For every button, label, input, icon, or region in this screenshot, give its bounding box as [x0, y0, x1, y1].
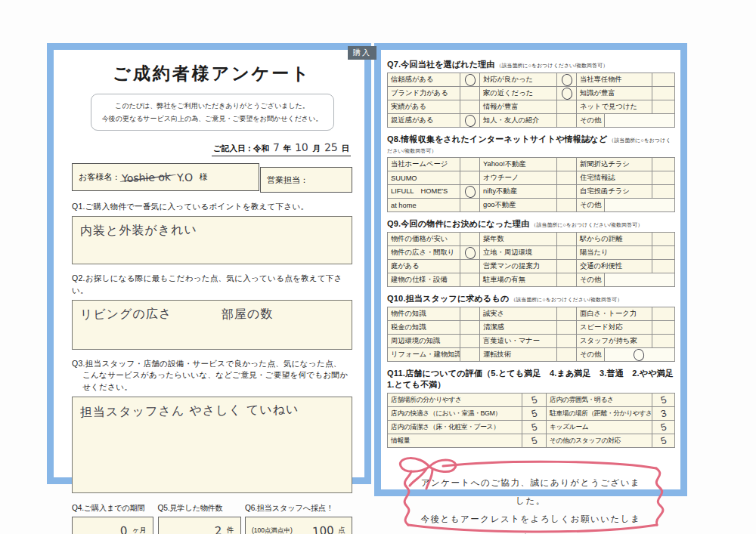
option-check-cell: [557, 260, 577, 273]
option-label: Yahoo!不動産: [480, 158, 557, 171]
option-check-cell: [460, 100, 480, 114]
survey-page-left: ご成約者様アンケート このたびは、弊社をご利用いただきありがとうございました。 …: [47, 43, 371, 484]
option-check-cell: [652, 73, 675, 87]
option-label: 親近感がある: [388, 114, 460, 128]
handwritten-circle-mark: [463, 246, 476, 260]
rating-label: キッズルーム: [547, 421, 652, 434]
option-row: 税金の知識清潔感スピード対応: [388, 321, 675, 335]
survey-page-right: Q7.今回当社を選ばれた理由（該当箇所に○をおつけください/複数回答可） 信頼感…: [374, 43, 687, 496]
q6-label: Q6.担当スタッフへ採点！: [245, 503, 352, 514]
thank-you-footer: アンケートへのご協力、誠にありがとうございました。 今後ともアークレストをよろし…: [387, 454, 674, 534]
option-check-cell: [557, 321, 577, 335]
q6-unit: 点: [339, 526, 346, 534]
option-check-cell: [460, 307, 480, 321]
option-label: 知識が豊富: [577, 87, 652, 100]
q6-scale-prefix: (100点満点中): [252, 526, 293, 534]
q3-answer-box: 担当スタッフさん やさしく ていねい: [72, 397, 352, 493]
option-label: 物件の広さ・間取り: [388, 246, 460, 260]
question-q8: Q8.情報収集をされたインターネットサイトや情報誌など（該当箇所に○をおつけくだ…: [387, 134, 674, 212]
rating-label: 店内の清潔さ（床・化粧室・ブース）: [388, 421, 522, 434]
option-label: 陽当たり: [577, 246, 652, 260]
q3-label-line1: Q3.担当スタッフ・店舗の設備・サービスで良かった点、気になった点、: [72, 359, 342, 368]
handwritten-circle-mark: [633, 348, 646, 362]
rating-score-cell: 5: [652, 394, 675, 407]
option-label: 物件の知識: [388, 307, 460, 321]
rating-row: 店内の快適さ（におい・室温・BGM）5駐車場の場所（距離・分かりやすさ）3: [388, 407, 675, 421]
option-check-cell: [460, 321, 480, 335]
question-q11: Q11.店舗についての評価（5.とても満足 4.まあ満足 3.普通 2.やや満足…: [387, 368, 674, 448]
purchase-type-badge: 購入: [348, 46, 376, 60]
option-label: 住宅情報誌: [577, 171, 652, 185]
option-row: 物件の価格が安い築年数駅からの距離: [388, 233, 675, 246]
q10-options-table: 物件の知識誠実さ面白さ・トーク力税金の知識清潔感スピード対応周辺環境の知識言葉遣…: [387, 307, 675, 362]
option-label: オウチーノ: [480, 171, 557, 185]
option-row: 物件の知識誠実さ面白さ・トーク力: [388, 307, 675, 321]
intro-line-1: このたびは、弊社をご利用いただきありがとうございました。: [94, 100, 330, 113]
option-check-cell: [652, 233, 675, 246]
handwritten-circle-mark: [463, 185, 476, 199]
option-check-cell: [652, 100, 675, 114]
handwritten-score: 5: [530, 434, 538, 446]
customer-name-field: お客様名： Yoshie ok Y.O 様: [72, 163, 259, 191]
option-label: スタッフが持ち家: [577, 335, 652, 348]
q4-answer-box: 0 ヶ月: [72, 517, 153, 534]
rating-score-cell: 3: [652, 407, 675, 421]
option-label: 信頼感がある: [388, 73, 460, 87]
q7-options-table: 信頼感がある対応が良かった当社専任物件ブランド力がある家の近くだった知識が豊富実…: [387, 73, 675, 128]
q4-q6-row: Q4.ご購入までの期間 0 ヶ月 Q5.見学した物件数 2 件 Q6.担当スタッ…: [72, 503, 352, 534]
q11-rating-table: 店舗場所の分かりやすさ5店内の雰囲気・明るさ5店内の快適さ（におい・室温・BGM…: [387, 393, 675, 448]
option-label: 税金の知識: [388, 321, 460, 335]
other-option-label: その他: [577, 273, 605, 286]
other-option-cell: その他: [577, 348, 675, 362]
intro-message-box: このたびは、弊社をご利用いただきありがとうございました。 今後の更なるサービス向…: [91, 94, 334, 131]
rating-score-cell: 5: [522, 394, 547, 407]
rating-label: 情報量: [388, 434, 522, 448]
other-write-in-blank: [605, 114, 674, 127]
option-check-cell: [460, 273, 480, 287]
q6-handwritten-value: 100: [311, 523, 334, 534]
option-label: 当社ホームページ: [388, 158, 460, 171]
handwritten-score: 5: [530, 421, 538, 433]
rating-score-cell: 5: [522, 434, 547, 448]
question-q7: Q7.今回当社を選ばれた理由（該当箇所に○をおつけください/複数回答可） 信頼感…: [387, 59, 674, 128]
option-label: 言葉遣い・マナー: [480, 335, 557, 348]
handwritten-score: 5: [530, 407, 538, 419]
option-label: 交通の利便性: [577, 260, 652, 273]
option-label: 駅からの距離: [577, 233, 652, 246]
option-row: 物件の広さ・間取り立地・周辺環境陽当たり: [388, 246, 675, 260]
handwritten-score: 5: [659, 434, 668, 446]
q9-title: Q9.今回の物件にお決めになった理由: [387, 219, 529, 228]
rating-score-cell: 5: [652, 434, 675, 448]
q7-title: Q7.今回当社を選ばれた理由: [387, 60, 495, 69]
q9-note: （該当箇所に○をおつけください/複数回答可）: [531, 222, 643, 227]
option-check-cell: [460, 185, 480, 199]
q4-handwritten-value: 0: [120, 523, 129, 534]
other-option-label: その他: [577, 199, 605, 211]
option-label: 物件の価格が安い: [388, 233, 460, 246]
handwritten-circle-mark: [560, 73, 573, 87]
year-unit: 年: [284, 144, 292, 153]
handwritten-score: 3: [659, 407, 668, 419]
rating-row: 店舗場所の分かりやすさ5店内の雰囲気・明るさ5: [388, 394, 675, 407]
other-option-cell: その他: [577, 273, 675, 287]
option-check-cell: [460, 348, 480, 362]
option-label: nifty不動産: [480, 185, 557, 199]
rating-score-cell: 5: [652, 421, 675, 434]
rating-score-cell: 5: [522, 421, 547, 434]
option-check-cell: [557, 273, 577, 287]
option-check-cell: [652, 171, 675, 185]
other-option-cell: その他: [577, 199, 675, 212]
handwritten-score: 5: [659, 394, 668, 406]
q2-handwritten-answer-right: 部屋の数: [222, 306, 274, 323]
rating-label: その他のスタッフの対応: [547, 434, 652, 448]
rating-label: 店内の雰囲気・明るさ: [547, 394, 652, 407]
option-label: 情報が豊富: [480, 100, 557, 114]
option-label: スピード対応: [577, 321, 652, 335]
rating-row: 情報量5その他のスタッフの対応5: [388, 434, 675, 448]
option-label: 運転技術: [480, 348, 557, 362]
option-row: 親近感がある知人・友人の紹介その他: [388, 114, 675, 128]
handwritten-circle-mark: [560, 87, 573, 100]
honorific-label: 様: [200, 171, 208, 183]
option-label: 自宅投函チラシ: [577, 185, 652, 199]
q3-label-line2: こんなサービスがあったらいいな、などご意見・ご要望を何でもお聞かせください。: [72, 369, 352, 394]
